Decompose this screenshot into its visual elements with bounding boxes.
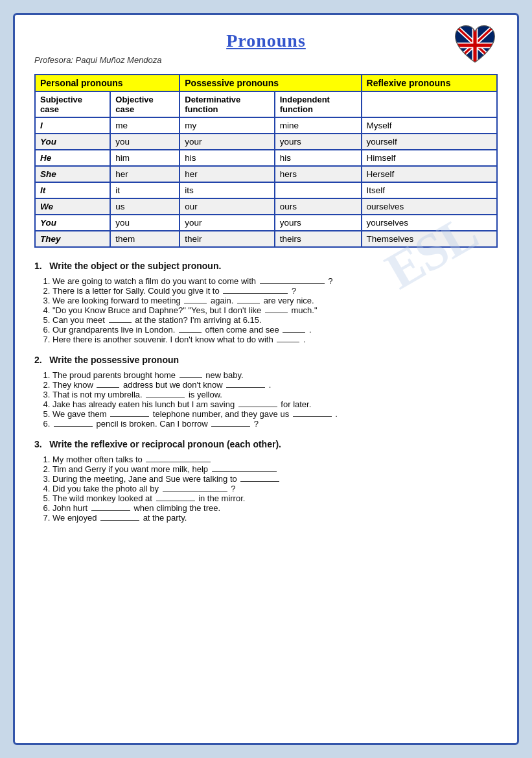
- list-item: Here there is another souvenir. I don't …: [52, 335, 498, 344]
- list-item: We gave them telephone number, and they …: [52, 409, 498, 419]
- exercise-2: 2. Write the possessive pronoun The prou…: [34, 355, 498, 429]
- table-header-row-2: Subjectivecase Objectivecase Determinati…: [35, 91, 497, 117]
- exercise-2-title: 2. Write the possessive pronoun: [34, 355, 498, 365]
- pronoun-table: Personal pronouns Possessive pronouns Re…: [34, 74, 498, 248]
- flag-heart-icon: [452, 24, 498, 66]
- list-item: There is a letter for Sally. Could you g…: [52, 286, 498, 296]
- exercise-1-number: 1.: [34, 261, 47, 271]
- exercise-2-list: The proud parents brought home new baby.…: [34, 370, 498, 429]
- exercise-1-list: We are going to watch a film do you want…: [34, 276, 498, 344]
- list-item: Tim and Gerry if you want more milk, hel…: [52, 464, 498, 474]
- list-item: That is not my umbrella. is yellow.: [52, 390, 498, 399]
- exercise-3: 3. Write the reflexive or reciprocal pro…: [34, 439, 498, 523]
- table-row: You you your yours yourselves: [35, 215, 497, 231]
- exercise-3-number: 3.: [34, 439, 47, 449]
- col-reflexive-label: [362, 91, 497, 117]
- page: ESL Pronouns: [13, 13, 519, 745]
- col-subjective: Subjectivecase: [35, 91, 110, 117]
- page-title: Pronouns: [34, 30, 498, 51]
- list-item: The proud parents brought home new baby.: [52, 370, 498, 380]
- col-objective: Objectivecase: [110, 91, 179, 117]
- table-row: She her her hers Herself: [35, 166, 497, 182]
- list-item: We enjoyed at the party.: [52, 513, 498, 523]
- exercise-3-list: My mother often talks to Tim and Gerry i…: [34, 455, 498, 523]
- list-item: We are going to watch a film do you want…: [52, 276, 498, 286]
- exercise-1-title: 1. Write the object or the subject prono…: [34, 261, 498, 271]
- list-item: Did you take the photo all by ?: [52, 484, 498, 493]
- list-item: My mother often talks to: [52, 455, 498, 464]
- exercise-2-number: 2.: [34, 355, 47, 365]
- table-row: It it its Itself: [35, 182, 497, 198]
- list-item: During the meeting, Jane and Sue were ta…: [52, 474, 498, 484]
- table-row: I me my mine Myself: [35, 117, 497, 134]
- list-item: We are looking forward to meeting again.…: [52, 296, 498, 305]
- list-item: John hurt when climbing the tree.: [52, 503, 498, 513]
- col-independent: Independentfunction: [275, 91, 362, 117]
- table-row: He him his his Himself: [35, 150, 497, 166]
- list-item: The wild monkey looked at in the mirror.: [52, 493, 498, 503]
- list-item: Jake has already eaten his lunch but I a…: [52, 399, 498, 409]
- table-row: We us our ours ourselves: [35, 198, 497, 215]
- list-item: Can you meet at the station? I'm arrivin…: [52, 315, 498, 325]
- list-item: Our grandparents live in London. often c…: [52, 325, 498, 335]
- teacher-label: Profesora: Paqui Muñoz Mendoza: [34, 55, 498, 65]
- svg-rect-7: [456, 43, 495, 47]
- table-row: You you your yours yourself: [35, 134, 497, 150]
- reflexive-pronouns-header: Reflexive pronouns: [362, 75, 497, 91]
- exercises-section: 1. Write the object or the subject prono…: [34, 261, 498, 523]
- possessive-pronouns-header: Possessive pronouns: [179, 75, 361, 91]
- header: Pronouns: [34, 30, 498, 51]
- table-header-row-1: Personal pronouns Possessive pronouns Re…: [35, 75, 497, 91]
- exercise-3-title: 3. Write the reflexive or reciprocal pro…: [34, 439, 498, 449]
- col-determinative: Determinativefunction: [179, 91, 274, 117]
- list-item: They know address but we don't know .: [52, 380, 498, 390]
- table-row: They them their theirs Themselves: [35, 231, 497, 247]
- list-item: pencil is broken. Can I borrow ?: [52, 419, 498, 429]
- list-item: "Do you Know Bruce and Daphne?" "Yes, bu…: [52, 305, 498, 315]
- exercise-1: 1. Write the object or the subject prono…: [34, 261, 498, 344]
- personal-pronouns-header: Personal pronouns: [35, 75, 179, 91]
